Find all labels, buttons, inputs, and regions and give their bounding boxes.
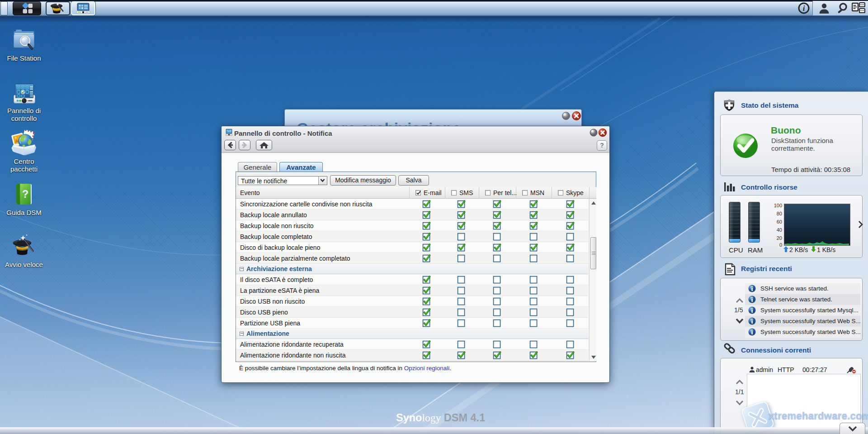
svg-text:i: i (803, 4, 805, 13)
svg-text:?: ? (22, 188, 28, 200)
